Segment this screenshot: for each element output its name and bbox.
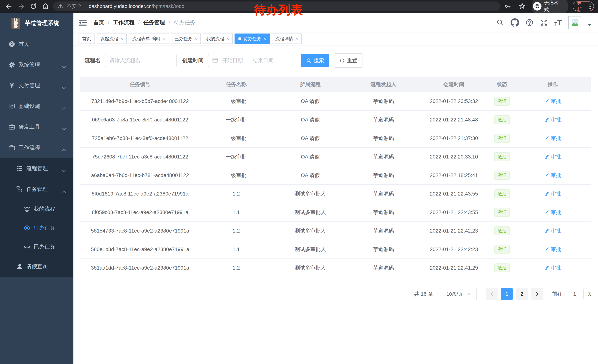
close-icon[interactable]: ×	[163, 36, 165, 41]
approve-link[interactable]: 审批	[544, 190, 561, 197]
time-cell: 2022-01-22 23:53:32	[419, 92, 489, 111]
sidebar-item-devtools[interactable]: 研发工具	[0, 117, 73, 138]
tab-my-process[interactable]: 我的流程×	[203, 33, 233, 44]
close-icon[interactable]: ×	[226, 36, 229, 41]
breadcrumb-workflow[interactable]: 工作流程	[113, 19, 134, 26]
status-cell: 激活	[489, 111, 515, 129]
forward-icon[interactable]	[16, 1, 26, 11]
sidebar-item-task-mgmt[interactable]: 任务管理	[0, 179, 73, 200]
back-icon[interactable]	[4, 1, 14, 11]
goto-page-input[interactable]: 1	[566, 288, 583, 300]
action-cell: 审批	[515, 111, 590, 129]
tab-form-edit[interactable]: 流程表单-编辑×	[129, 33, 169, 44]
time-cell: 2022-01-21 22:43:55	[419, 185, 489, 203]
sidebar-item-todo-tasks[interactable]: 待办任务	[0, 218, 73, 237]
tab-start-process[interactable]: 发起流程×	[97, 33, 127, 44]
approve-link[interactable]: 审批	[544, 227, 561, 235]
action-cell: 审批	[515, 222, 590, 240]
status-badge: 激活	[494, 115, 510, 124]
page-button-1[interactable]: 1	[501, 288, 513, 300]
kebab-menu-icon[interactable]	[590, 4, 590, 9]
sidebar-item-payment[interactable]: ¥ 支付管理	[0, 75, 73, 96]
sidebar-item-done-tasks[interactable]: 已办任务	[0, 237, 73, 256]
page-size-select[interactable]: 10条/页	[440, 288, 477, 300]
sidebar-item-label: 系统管理	[18, 61, 40, 68]
close-icon[interactable]: ×	[194, 36, 197, 41]
tab-home[interactable]: 首页	[79, 33, 95, 44]
approve-link[interactable]: 审批	[544, 209, 561, 216]
close-icon[interactable]: ×	[120, 36, 123, 41]
status-badge: 激活	[494, 152, 510, 161]
tab-done-tasks[interactable]: 已办任务×	[171, 33, 201, 44]
page-button-2[interactable]: 2	[516, 288, 528, 300]
range-separator: -	[247, 57, 249, 64]
search-button[interactable]: 搜索	[301, 54, 329, 67]
process-name-input[interactable]: 请输入流程名	[105, 54, 176, 67]
update-button[interactable]: 更新	[573, 1, 594, 11]
sidebar-item-home[interactable]: 首页	[0, 34, 73, 54]
logo[interactable]: 芋道管理系统	[0, 13, 73, 34]
approve-link[interactable]: 审批	[544, 172, 561, 179]
action-cell: 审批	[515, 147, 590, 166]
close-icon[interactable]: ×	[295, 36, 298, 41]
time-cell: 2022-01-22 20:33:10	[419, 147, 489, 166]
process-cell: OA 请假	[272, 92, 348, 111]
approve-link[interactable]: 审批	[544, 98, 561, 105]
search-icon[interactable]	[496, 18, 504, 27]
process-cell: OA 请假	[272, 147, 348, 166]
total-count: 共 16 条	[414, 291, 433, 298]
next-page-button[interactable]	[531, 288, 543, 300]
col-process: 所属流程	[272, 77, 348, 92]
reload-icon[interactable]	[29, 1, 38, 11]
status-cell: 激活	[489, 185, 515, 203]
home-icon[interactable]	[41, 1, 50, 11]
status-cell: 激活	[489, 240, 515, 259]
approve-link[interactable]: 审批	[544, 135, 561, 142]
sidebar-item-leave-query[interactable]: 请假查询	[0, 256, 73, 277]
tree-icon	[16, 186, 24, 193]
time-cell: 2022-01-22 21:48:48	[419, 111, 489, 129]
approve-link[interactable]: 审批	[544, 246, 561, 253]
prev-page-button[interactable]	[486, 288, 498, 300]
sidebar-item-infra[interactable]: 基础设施	[0, 96, 73, 117]
key-icon[interactable]	[503, 1, 513, 11]
security-label[interactable]: 不安全	[67, 3, 82, 10]
task-id-cell: a6aba0a4-7b6d-11ec-b781-acde48001122	[80, 166, 200, 185]
starter-cell: 芋道源码	[348, 92, 419, 111]
chevron-up-icon	[62, 188, 66, 194]
avatar[interactable]	[568, 16, 581, 29]
task-id-cell: 381aa1dd-7ac8-11ec-a9e2-a2380e71991a	[80, 259, 200, 277]
approve-link[interactable]: 审批	[544, 153, 561, 160]
time-cell: 2022-01-21 22:43:55	[419, 203, 489, 222]
sidebar-item-system[interactable]: 系统管理	[0, 54, 73, 75]
github-icon[interactable]	[511, 18, 519, 27]
star-icon[interactable]	[517, 1, 527, 11]
breadcrumb-task-mgmt[interactable]: 任务管理	[143, 19, 165, 26]
incognito-badge[interactable]: 无痕模式	[532, 0, 568, 14]
tab-process-detail[interactable]: 流程详情×	[272, 33, 302, 44]
date-range-picker[interactable]: 开始日期 - 结束日期	[208, 54, 296, 67]
approve-link[interactable]: 审批	[544, 116, 561, 123]
reset-button[interactable]: 重置	[334, 53, 363, 68]
task-id-cell: 58154733-7ac8-11ec-a9e2-a2380e71991a	[80, 222, 200, 240]
caret-down-icon[interactable]	[588, 24, 592, 26]
yen-icon: ¥	[8, 82, 16, 89]
breadcrumb-home[interactable]: 首页	[93, 19, 104, 26]
font-size-icon[interactable]: TT	[554, 19, 562, 26]
sidebar-collapse-icon[interactable]	[79, 19, 87, 26]
time-cell: 2022-01-21 22:42:23	[419, 240, 489, 259]
fullscreen-icon[interactable]	[540, 18, 548, 27]
create-time-label: 创建时间	[182, 57, 204, 64]
action-cell: 审批	[515, 203, 590, 222]
sidebar-item-my-process[interactable]: 我的流程	[0, 200, 73, 218]
gear-icon	[8, 61, 16, 68]
approve-link[interactable]: 审批	[544, 264, 561, 271]
help-icon[interactable]	[525, 18, 533, 27]
process-cell: 测试多审批人	[272, 185, 348, 203]
status-cell: 激活	[489, 147, 515, 166]
sidebar-item-process-mgmt[interactable]: 流程管理	[0, 158, 73, 179]
close-icon[interactable]: ×	[263, 36, 266, 41]
status-badge: 激活	[494, 134, 510, 143]
sidebar-item-workflow[interactable]: 工作流程	[0, 138, 73, 158]
tab-todo-tasks[interactable]: 待办任务×	[234, 33, 270, 44]
